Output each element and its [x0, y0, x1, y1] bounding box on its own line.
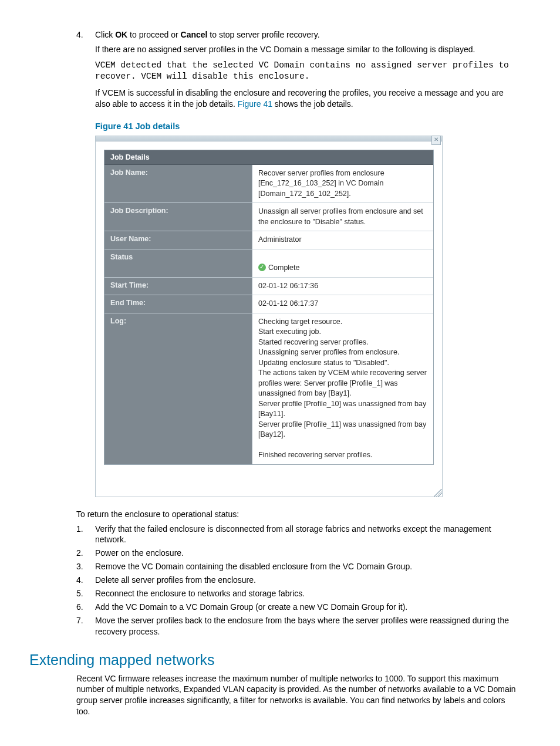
resize-grip-icon[interactable] [434, 488, 442, 497]
row-username: User Name: Administrator [104, 231, 433, 249]
step4-text-post: to stop server profile recovery. [207, 30, 319, 39]
row-log: Log: Checking target resource. Start exe… [104, 313, 433, 464]
row-status: Status Complete [104, 249, 433, 278]
value-endtime: 02-01-12 06:17:37 [252, 295, 433, 313]
list-item: 6.Add the VC Domain to a VC Domain Group… [76, 602, 519, 613]
step-number: 3. [76, 561, 95, 572]
step-number: 4. [76, 29, 95, 113]
step-text: Verify that the failed enclosure is disc… [95, 524, 519, 546]
step-text: Delete all server profiles from the encl… [95, 575, 256, 586]
value-status: Complete [252, 249, 433, 277]
label-jobdesc: Job Description: [104, 203, 252, 231]
return-intro: To return the enclosure to operational s… [76, 509, 531, 520]
value-starttime: 02-01-12 06:17:36 [252, 278, 433, 295]
label-starttime: Start Time: [104, 278, 252, 295]
label-status: Status [104, 249, 252, 277]
panel-titlebar: ✕ [96, 136, 442, 141]
list-item: 2.Power on the enclosure. [76, 548, 519, 559]
step-4: 4. Click OK to proceed or Cancel to stop… [76, 29, 519, 113]
step-number: 1. [76, 524, 95, 546]
step-number: 5. [76, 588, 95, 599]
cancel-label: Cancel [181, 30, 208, 39]
value-jobdesc: Unassign all server profiles from enclos… [252, 203, 433, 231]
step-text: Remove the VC Domain containing the disa… [95, 561, 412, 572]
row-jobdesc: Job Description: Unassign all server pro… [104, 203, 433, 231]
list-item: 5.Reconnect the enclosure to networks an… [76, 588, 519, 599]
label-jobname: Job Name: [104, 165, 252, 203]
step4-para1: If there are no assigned server profiles… [95, 44, 519, 55]
value-username: Administrator [252, 231, 433, 249]
row-jobname: Job Name: Recover server profiles from e… [104, 165, 433, 204]
step-text: Move the server profiles back to the enc… [95, 615, 519, 637]
value-jobname: Recover server profiles from enclosure [… [252, 165, 433, 203]
return-steps: 1.Verify that the failed enclosure is di… [76, 524, 519, 637]
step4-para2-post: shows the job details. [272, 99, 353, 109]
check-icon [258, 264, 266, 271]
ok-label: OK [115, 30, 127, 39]
figure-link[interactable]: Figure 41 [238, 99, 272, 109]
job-details-panel: ✕ Job Details Job Name: Recover server p… [95, 136, 443, 497]
step-number: 2. [76, 548, 95, 559]
step4-text-mid: to proceed or [127, 30, 180, 39]
panel-heading: Job Details [104, 150, 433, 165]
status-text: Complete [268, 264, 300, 272]
list-item: 3.Remove the VC Domain containing the di… [76, 561, 519, 572]
label-log: Log: [104, 313, 252, 464]
code-message: VCEM detected that the selected VC Domai… [95, 60, 519, 83]
close-icon[interactable]: ✕ [431, 136, 441, 145]
list-item: 1.Verify that the failed enclosure is di… [76, 524, 519, 546]
section-heading: Extending mapped networks [29, 652, 531, 669]
list-item: 4.Delete all server profiles from the en… [76, 575, 519, 586]
step-text: Reconnect the enclosure to networks and … [95, 588, 305, 599]
value-log: Checking target resource. Start executin… [252, 313, 433, 464]
step-number: 6. [76, 602, 95, 613]
step-number: 7. [76, 615, 95, 637]
row-starttime: Start Time: 02-01-12 06:17:36 [104, 278, 433, 296]
figure-caption: Figure 41 Job details [95, 121, 519, 131]
step4-text-pre: Click [95, 30, 115, 39]
label-username: User Name: [104, 231, 252, 249]
row-endtime: End Time: 02-01-12 06:17:37 [104, 295, 433, 313]
step-number: 4. [76, 575, 95, 586]
label-endtime: End Time: [104, 295, 252, 313]
section-paragraph: Recent VC firmware releases increase the… [76, 673, 519, 718]
step4-para2: If VCEM is successful in disabling the e… [95, 87, 519, 110]
list-item: 7.Move the server profiles back to the e… [76, 615, 519, 637]
step-text: Power on the enclosure. [95, 548, 184, 559]
step-text: Add the VC Domain to a VC Domain Group (… [95, 602, 407, 613]
